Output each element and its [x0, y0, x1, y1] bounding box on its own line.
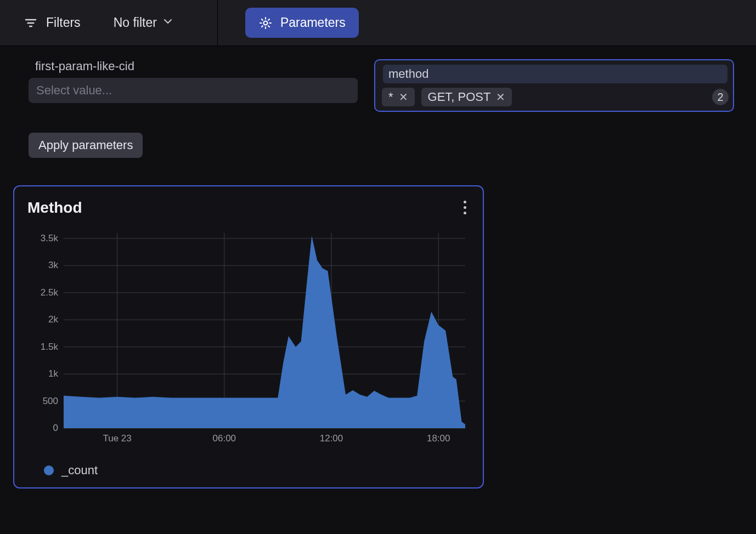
svg-text:18:00: 18:00 [427, 433, 450, 444]
toolbar-divider [217, 0, 218, 46]
filter-icon [24, 16, 37, 30]
apply-parameters-button[interactable]: Apply parameters [29, 133, 143, 158]
method-chip-getpost[interactable]: GET, POST ✕ [421, 88, 512, 106]
param-first-label: first-param-like-cid [29, 59, 358, 73]
svg-text:1k: 1k [48, 368, 58, 379]
chip-text: * [388, 90, 393, 104]
chart-legend: _count [27, 463, 470, 478]
parameters-button[interactable]: Parameters [245, 8, 359, 38]
chart-header: Method [27, 197, 470, 218]
filters-group: Filters No filter [24, 15, 173, 30]
top-toolbar: Filters No filter Parameters [0, 0, 756, 46]
svg-point-3 [263, 21, 267, 25]
gear-icon [258, 16, 273, 30]
svg-text:500: 500 [43, 396, 58, 406]
cards-area: Method 05001k1.5k2k2.5k3k3.5kTue 2306:00… [0, 174, 756, 499]
svg-text:3.5k: 3.5k [41, 233, 59, 243]
param-method-label: method [383, 65, 727, 83]
svg-text:Tue 23: Tue 23 [103, 433, 131, 444]
svg-text:3k: 3k [48, 260, 58, 270]
more-icon[interactable] [460, 197, 470, 218]
filters-label: Filters [46, 15, 81, 30]
filters-button[interactable]: Filters [24, 15, 81, 30]
svg-text:06:00: 06:00 [213, 433, 236, 444]
no-filter-dropdown[interactable]: No filter [114, 15, 173, 30]
close-icon[interactable]: ✕ [496, 90, 505, 104]
param-first-select[interactable]: Select value... [29, 78, 358, 103]
svg-text:0: 0 [53, 423, 58, 433]
legend-label-count: _count [61, 463, 98, 478]
chip-text: GET, POST [428, 90, 491, 104]
method-chip-any[interactable]: * ✕ [382, 88, 415, 106]
chart-title: Method [27, 199, 82, 217]
method-chart-card: Method 05001k1.5k2k2.5k3k3.5kTue 2306:00… [13, 185, 484, 488]
method-count-badge: 2 [712, 89, 729, 105]
chart-plot[interactable]: 05001k1.5k2k2.5k3k3.5kTue 2306:0012:0018… [27, 228, 470, 447]
svg-text:12:00: 12:00 [320, 433, 343, 444]
svg-text:2.5k: 2.5k [41, 287, 59, 298]
no-filter-label: No filter [114, 15, 157, 30]
svg-text:1.5k: 1.5k [41, 342, 59, 352]
chevron-down-icon [162, 15, 173, 30]
svg-text:2k: 2k [48, 314, 58, 325]
parameters-label: Parameters [280, 15, 346, 30]
param-first: first-param-like-cid Select value... [29, 59, 358, 112]
close-icon[interactable]: ✕ [399, 90, 408, 104]
legend-swatch-count [44, 465, 54, 475]
parameters-panel: first-param-like-cid Select value... met… [0, 46, 756, 174]
param-method-chips-row: * ✕ GET, POST ✕ 2 [382, 88, 729, 106]
param-method[interactable]: method * ✕ GET, POST ✕ 2 [374, 59, 734, 112]
